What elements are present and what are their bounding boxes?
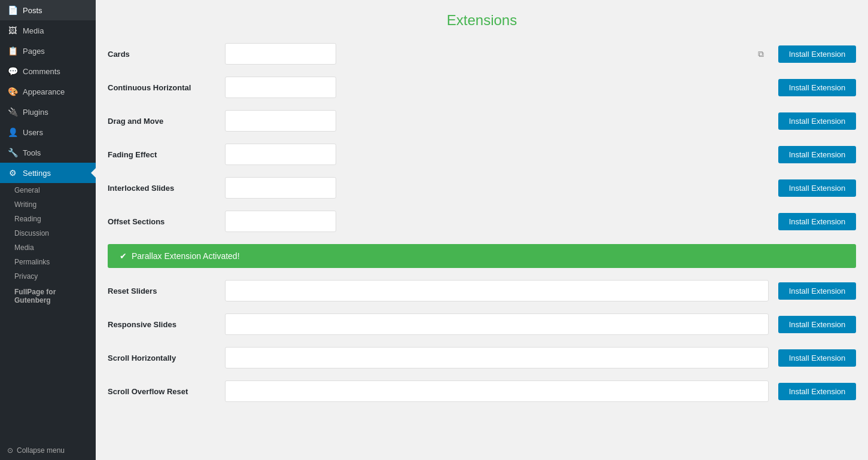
extension-input-interlocked-slides[interactable] [225, 177, 336, 199]
sidebar-sub-item-privacy[interactable]: Privacy [0, 269, 96, 284]
extension-label-scroll-horizontally: Scroll Horizontally [108, 354, 215, 362]
extension-label-reset-sliders: Reset Sliders [108, 287, 215, 296]
parallax-banner-text: Parallax Extension Activated! [132, 251, 240, 261]
sidebar-sub-item-media[interactable]: Media [0, 240, 96, 255]
sidebar-item-label: Settings [23, 169, 51, 178]
extension-row: Reset SlidersInstall Extension [108, 280, 856, 301]
comments-icon: 💬 [7, 66, 18, 76]
sidebar-item-pages[interactable]: 📋 Pages [0, 41, 96, 61]
sidebar-item-label: Users [23, 128, 43, 137]
sidebar: 📄 Posts 🖼 Media 📋 Pages 💬 Comments 🎨 App… [0, 0, 96, 460]
extension-input-fading-effect[interactable] [225, 144, 336, 165]
settings-submenu: General Writing Reading Discussion Media… [0, 183, 96, 284]
extension-row: Fading EffectInstall Extension [108, 144, 856, 165]
collapse-icon: ⊙ [7, 446, 13, 455]
install-button-scroll-horizontally[interactable]: Install Extension [778, 349, 856, 367]
sidebar-item-label: Tools [23, 148, 41, 157]
sidebar-item-label: Media [23, 26, 44, 35]
extension-row: Scroll Overflow ResetInstall Extension [108, 380, 856, 402]
install-button-responsive-slides[interactable]: Install Extension [778, 316, 856, 333]
extension-label-scroll-overflow-reset: Scroll Overflow Reset [108, 387, 215, 396]
extension-row: Continuous HorizontalInstall Extension [108, 77, 856, 98]
appearance-icon: 🎨 [7, 87, 18, 96]
tools-icon: 🔧 [7, 148, 18, 157]
extensions-after-list: Reset SlidersInstall ExtensionResponsive… [108, 280, 856, 402]
sidebar-sub-item-general[interactable]: General [0, 183, 96, 197]
sidebar-sub-item-writing[interactable]: Writing [0, 197, 96, 212]
media-icon: 🖼 [7, 26, 18, 35]
main-content: Extensions Cards⧉Install ExtensionContin… [96, 0, 868, 460]
sidebar-item-settings[interactable]: ⚙ Settings [0, 163, 96, 183]
install-button-fading-effect[interactable]: Install Extension [778, 146, 856, 163]
install-button-scroll-overflow-reset[interactable]: Install Extension [778, 383, 856, 400]
plugins-icon: 🔌 [7, 107, 18, 117]
pages-icon: 📋 [7, 46, 18, 56]
collapse-menu-button[interactable]: ⊙ Collapse menu [0, 441, 96, 460]
install-button-continuous-horizontal[interactable]: Install Extension [778, 79, 856, 96]
extension-label-offset-sections: Offset Sections [108, 217, 215, 226]
sidebar-item-label: Appearance [23, 87, 65, 96]
extension-input-drag-and-move[interactable] [225, 110, 336, 132]
sidebar-item-comments[interactable]: 💬 Comments [0, 61, 96, 81]
extension-row: Drag and MoveInstall Extension [108, 110, 856, 132]
install-button-offset-sections[interactable]: Install Extension [778, 213, 856, 230]
sidebar-nav: 📄 Posts 🖼 Media 📋 Pages 💬 Comments 🎨 App… [0, 0, 96, 309]
sidebar-item-label: Plugins [23, 108, 48, 117]
posts-icon: 📄 [7, 5, 18, 15]
sidebar-item-users[interactable]: 👤 Users [0, 122, 96, 142]
sidebar-item-tools[interactable]: 🔧 Tools [0, 142, 96, 163]
copy-icon: ⧉ [758, 49, 764, 59]
sidebar-item-plugins[interactable]: 🔌 Plugins [0, 102, 96, 122]
extension-label-interlocked-slides: Interlocked Slides [108, 184, 215, 193]
sidebar-item-label: Pages [23, 47, 45, 56]
extension-row: Offset SectionsInstall Extension [108, 211, 856, 232]
extension-input-cards[interactable] [225, 43, 336, 65]
sidebar-item-appearance[interactable]: 🎨 Appearance [0, 81, 96, 102]
extension-label-drag-and-move: Drag and Move [108, 117, 215, 126]
parallax-activated-banner: ✔ Parallax Extension Activated! [108, 244, 856, 268]
install-button-cards[interactable]: Install Extension [778, 45, 856, 63]
extension-input-scroll-overflow-reset[interactable] [225, 380, 769, 402]
install-button-interlocked-slides[interactable]: Install Extension [778, 179, 856, 197]
extension-row: Scroll HorizontallyInstall Extension [108, 347, 856, 368]
settings-arrow [91, 168, 96, 178]
sidebar-item-fullpage[interactable]: FullPage for Gutenberg [0, 284, 96, 309]
sidebar-sub-item-reading[interactable]: Reading [0, 212, 96, 226]
extension-row: Interlocked SlidesInstall Extension [108, 177, 856, 199]
extension-input-scroll-horizontally[interactable] [225, 347, 769, 368]
sidebar-item-media[interactable]: 🖼 Media [0, 20, 96, 41]
install-button-reset-sliders[interactable]: Install Extension [778, 282, 856, 300]
extension-row: Cards⧉Install Extension [108, 43, 856, 65]
extensions-list: Cards⧉Install ExtensionContinuous Horizo… [108, 43, 856, 232]
extension-label-continuous-horizontal: Continuous Horizontal [108, 83, 215, 92]
extension-row: Responsive SlidesInstall Extension [108, 313, 856, 335]
users-icon: 👤 [7, 127, 18, 137]
sidebar-sub-item-permalinks[interactable]: Permalinks [0, 255, 96, 269]
sidebar-sub-item-discussion[interactable]: Discussion [0, 226, 96, 240]
settings-icon: ⚙ [7, 168, 18, 178]
install-button-drag-and-move[interactable]: Install Extension [778, 112, 856, 130]
page-title: Extensions [108, 12, 856, 29]
extension-label-cards: Cards [108, 50, 215, 59]
extension-input-responsive-slides[interactable] [225, 313, 769, 335]
content-area: Extensions Cards⧉Install ExtensionContin… [96, 0, 868, 438]
sidebar-item-label: Comments [23, 67, 60, 76]
extension-input-continuous-horizontal[interactable] [225, 77, 336, 98]
sidebar-item-label: Posts [23, 6, 42, 15]
extension-label-responsive-slides: Responsive Slides [108, 320, 215, 329]
extension-label-fading-effect: Fading Effect [108, 150, 215, 159]
collapse-label: Collapse menu [17, 446, 65, 455]
checkmark-icon: ✔ [120, 251, 127, 261]
extension-input-reset-sliders[interactable] [225, 280, 769, 301]
extension-input-offset-sections[interactable] [225, 211, 336, 232]
sidebar-item-posts[interactable]: 📄 Posts [0, 0, 96, 20]
